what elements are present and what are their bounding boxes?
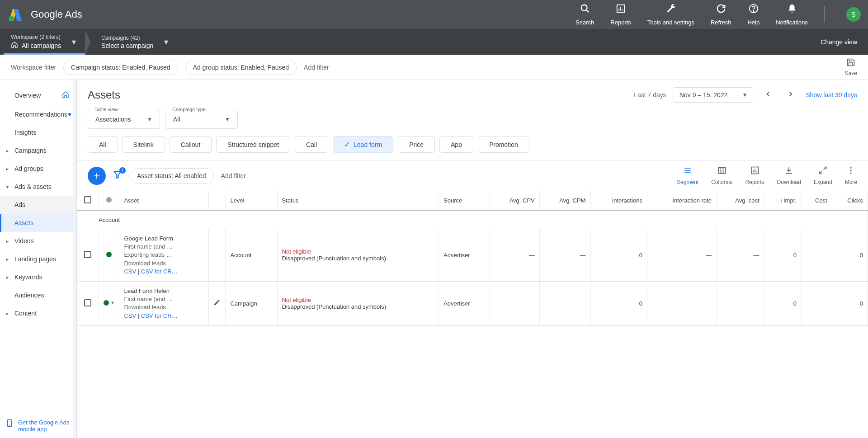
logo[interactable]: Google Ads	[7, 6, 82, 23]
type-chip-sitelink[interactable]: Sitelink	[122, 136, 165, 153]
sidebar-item-audiences[interactable]: Audiences	[0, 286, 76, 304]
sidebar: Overview Recommendations Insights ▸ Camp…	[0, 80, 77, 438]
col-avg-cpv[interactable]: Avg. CPV	[490, 191, 540, 211]
sidebar-item-campaigns[interactable]: ▸ Campaigns	[0, 141, 76, 160]
source-cell: Advertiser	[439, 281, 490, 325]
more-button[interactable]: More	[845, 166, 857, 185]
edit-cell[interactable]	[209, 281, 226, 325]
expand-button[interactable]: Expand	[814, 166, 832, 185]
asset-cell: Google Lead Form First name (and … Expor…	[119, 229, 209, 282]
segment-button[interactable]: Segment	[677, 166, 698, 185]
type-chip-all[interactable]: All	[88, 136, 118, 153]
change-view-link[interactable]: Change view	[821, 38, 857, 46]
logo-text: Google Ads	[31, 9, 82, 20]
campaigns-crumb[interactable]: Campaigns (42) Select a campaign ▾	[94, 31, 175, 53]
svg-point-3	[581, 5, 587, 10]
col-avg-cost[interactable]: Avg. cost	[717, 191, 764, 211]
sidebar-item-overview[interactable]: Overview	[0, 85, 76, 105]
chevron-right-icon: ▸	[6, 275, 9, 280]
type-chip-call[interactable]: Call	[295, 136, 328, 153]
mobile-app-promo[interactable]: Get the Google Ads mobile app	[0, 414, 76, 438]
col-impr[interactable]: ↓Impr.	[764, 191, 801, 211]
status-dot-icon	[104, 300, 109, 306]
sidebar-item-landing-pages[interactable]: ▸ Landing pages	[0, 250, 76, 268]
type-chip-callout[interactable]: Callout	[170, 136, 212, 153]
campaign-type-select[interactable]: Campaign type All▼	[165, 110, 238, 129]
col-cost[interactable]: Cost	[801, 191, 832, 211]
workspace-crumb[interactable]: Workspace (2 filters) All campaigns ▾	[11, 30, 83, 53]
type-chip-app[interactable]: App	[439, 136, 473, 153]
refresh-button[interactable]: Refresh	[711, 4, 731, 26]
sidebar-item-recommendations[interactable]: Recommendations	[0, 105, 76, 123]
sidebar-item-ad-groups[interactable]: ▸ Ad groups	[0, 160, 76, 178]
save-button[interactable]: Save	[845, 58, 857, 76]
type-chip-price[interactable]: Price	[398, 136, 435, 153]
sidebar-scrollbar[interactable]	[73, 80, 76, 438]
filter-chip-adgroup-status[interactable]: Ad group status: Enabled, Paused	[185, 60, 297, 75]
sidebar-item-assets[interactable]: Assets	[0, 214, 76, 232]
add-asset-button[interactable]: +	[88, 167, 106, 185]
chevron-right-icon: ▸	[6, 166, 9, 171]
table-subhead-row: Account	[77, 211, 868, 229]
row-status-dot[interactable]: ▼	[99, 281, 119, 325]
filter-chip-campaign-status[interactable]: Campaign status: Enabled, Paused	[63, 60, 178, 75]
avg-cost-cell: —	[717, 229, 764, 282]
date-next-button[interactable]	[783, 88, 798, 102]
date-prev-button[interactable]	[760, 88, 776, 102]
interactions-cell: 0	[590, 281, 647, 325]
select-all-cell[interactable]	[77, 191, 99, 211]
add-filter-link[interactable]: Add filter	[304, 64, 329, 71]
download-button[interactable]: Download	[777, 166, 801, 185]
col-asset[interactable]: Asset	[119, 191, 209, 211]
cost-cell	[801, 281, 832, 325]
filter-icon-button[interactable]: 1	[113, 170, 122, 181]
asset-status-chip[interactable]: Asset status: All enabled	[129, 168, 214, 184]
csv-crm-link[interactable]: CSV for CR…	[141, 312, 178, 319]
table-view-select[interactable]: Table view Associations▼	[88, 110, 160, 129]
show-30-days-link[interactable]: Show last 30 days	[806, 91, 857, 99]
row-checkbox[interactable]	[77, 281, 99, 325]
search-button[interactable]: Search	[576, 4, 594, 26]
reports-button[interactable]: Reports	[610, 4, 631, 26]
col-interactions[interactable]: Interactions	[590, 191, 647, 211]
edit-cell	[209, 229, 226, 282]
refresh-icon	[716, 4, 726, 16]
user-avatar[interactable]: S	[846, 7, 861, 22]
col-interaction-rate[interactable]: Interaction rate	[647, 191, 716, 211]
row-checkbox[interactable]	[77, 229, 99, 282]
help-button[interactable]: Help	[747, 4, 760, 26]
col-status[interactable]: Status	[277, 191, 439, 211]
sidebar-item-ads-assets[interactable]: ▾ Ads & assets	[0, 178, 76, 196]
tools-button[interactable]: Tools and settings	[647, 4, 694, 26]
sidebar-item-videos[interactable]: ▸ Videos	[0, 232, 76, 250]
col-avg-cpm[interactable]: Avg. CPM	[539, 191, 590, 211]
type-chip-lead-form[interactable]: ✓ Lead form	[333, 136, 393, 153]
asset-desc: First name (and …	[124, 243, 204, 251]
table-add-filter[interactable]: Add filter	[221, 172, 246, 179]
top-actions: Search Reports Tools and settings Refres…	[576, 4, 861, 26]
notifications-button[interactable]: Notifications	[776, 4, 808, 26]
main-layout: Overview Recommendations Insights ▸ Camp…	[0, 80, 868, 438]
date-range-picker[interactable]: Nov 9 – 15, 2022 ▼	[674, 87, 754, 103]
check-icon: ✓	[344, 140, 350, 149]
reports-button-tbl[interactable]: Reports	[745, 166, 764, 185]
sidebar-item-keywords[interactable]: ▸ Keywords	[0, 268, 76, 286]
columns-button[interactable]: Columns	[711, 166, 732, 185]
csv-crm-link[interactable]: CSV for CR…	[141, 268, 178, 275]
col-source[interactable]: Source	[439, 191, 490, 211]
col-level[interactable]: Level	[226, 191, 277, 211]
row-status-dot[interactable]	[99, 229, 119, 282]
sidebar-item-insights[interactable]: Insights	[0, 123, 76, 141]
col-clicks[interactable]: Clicks	[832, 191, 868, 211]
filter-bar: Workspace filter Campaign status: Enable…	[0, 55, 868, 80]
csv-link[interactable]: CSV	[124, 268, 136, 275]
interactions-cell: 0	[590, 229, 647, 282]
csv-link[interactable]: CSV	[124, 312, 136, 319]
type-chip-promotion[interactable]: Promotion	[478, 136, 529, 153]
sidebar-item-content[interactable]: ▸ Content	[0, 304, 76, 322]
home-icon	[11, 41, 18, 50]
type-chip-structured[interactable]: Structured snippet	[216, 136, 290, 153]
checkbox-icon	[84, 251, 91, 258]
sidebar-item-ads[interactable]: Ads	[0, 196, 76, 214]
table-row: Google Lead Form First name (and … Expor…	[77, 229, 868, 282]
